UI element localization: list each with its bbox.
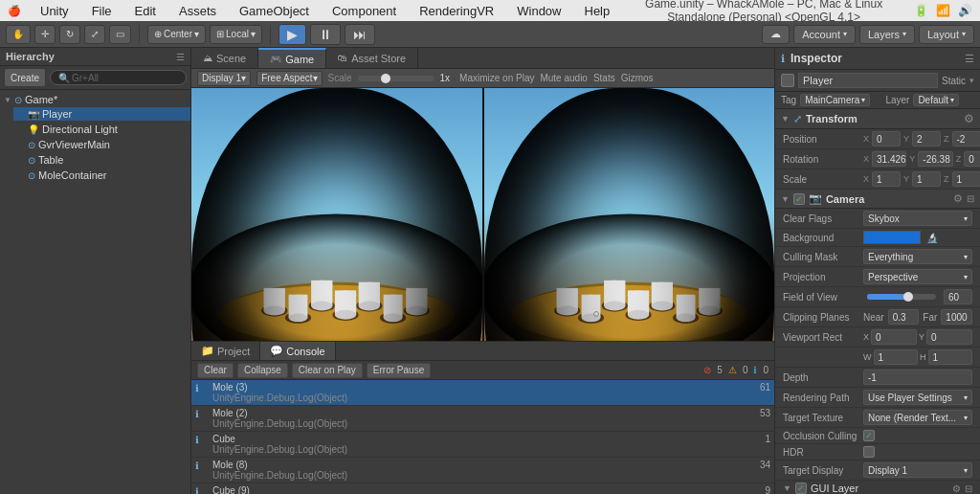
clearflags-dropdown[interactable]: Skybox ▾ (863, 211, 972, 226)
inspector-menu[interactable]: ☰ (965, 53, 974, 65)
fov-slider[interactable] (867, 294, 936, 300)
transform-move-btn[interactable]: ✛ (34, 25, 56, 44)
guilayer-context[interactable]: ⊟ (965, 483, 972, 494)
scale-z-field[interactable]: 1 (952, 171, 980, 187)
tab-console[interactable]: 💬 Console (260, 342, 335, 360)
collapse-btn[interactable]: Collapse (237, 363, 288, 378)
menu-gameobject[interactable]: GameObject (235, 2, 313, 20)
console-row[interactable]: ℹ Mole (8) UnityEngine.Debug.Log(Object)… (191, 458, 774, 483)
object-name-field[interactable]: Player (798, 73, 938, 88)
tree-item-dirlight[interactable]: 💡 Directional Light (13, 122, 190, 137)
transform-settings-icon[interactable]: ⚙ (964, 112, 974, 125)
static-arrow[interactable]: ▾ (969, 76, 974, 85)
menu-file[interactable]: File (88, 2, 116, 20)
maximize-btn[interactable]: Maximize on Play (459, 73, 534, 83)
pivot-btn[interactable]: ⊕ Center ▾ (147, 25, 206, 44)
menu-renderingvr[interactable]: RenderingVR (415, 2, 498, 20)
console-row[interactable]: ℹ Cube (9) UnityEngine.Debug.Log(Object)… (191, 483, 774, 494)
background-eyedropper[interactable]: 🔬 (926, 233, 938, 243)
guilayer-settings[interactable]: ⚙ (952, 483, 961, 494)
projection-dropdown[interactable]: Perspective ▾ (863, 269, 972, 284)
depth-field[interactable]: -1 (863, 370, 972, 385)
camera-settings-icon[interactable]: ⚙ (953, 192, 963, 205)
tab-game[interactable]: 🎮 Game (258, 48, 326, 68)
menu-assets[interactable]: Assets (175, 2, 220, 20)
layout-dropdown[interactable]: Layout ▾ (919, 25, 974, 44)
step-button[interactable]: ⏭ (345, 24, 375, 45)
cullingmask-dropdown[interactable]: Everything ▾ (863, 249, 972, 264)
pos-y-field[interactable]: 2 (912, 131, 941, 146)
menu-edit[interactable]: Edit (131, 2, 160, 20)
menu-help[interactable]: Help (581, 2, 614, 20)
rot-z-field[interactable]: 0 (964, 151, 980, 167)
scale-y-field[interactable]: 1 (912, 171, 941, 187)
camera-context-icon[interactable]: ⊟ (967, 193, 974, 204)
console-row[interactable]: ℹ Mole (2) UnityEngine.Debug.Log(Object)… (191, 406, 774, 432)
vp-x-field[interactable]: 0 (871, 329, 917, 345)
scale-x-field[interactable]: 1 (872, 171, 901, 187)
transform-component-header[interactable]: ▼ ⤢ Transform ⚙ (775, 109, 980, 129)
far-field[interactable]: 1000 (941, 309, 972, 325)
pause-button[interactable]: ⏸ (310, 24, 341, 45)
scale-slider[interactable] (358, 76, 434, 81)
mute-btn[interactable]: Mute audio (540, 73, 587, 83)
tree-item-player[interactable]: 📷 Player (13, 106, 190, 122)
layers-dropdown[interactable]: Layers ▾ (859, 25, 915, 44)
menu-component[interactable]: Component (328, 2, 400, 20)
transform-rotate-btn[interactable]: ↻ (59, 25, 80, 44)
tree-item-game[interactable]: ▼ ⊙ Game* 📷 Player (0, 92, 190, 184)
aspect-dropdown[interactable]: Free Aspect ▾ (256, 71, 322, 86)
rot-y-field[interactable]: -26.38 (918, 151, 952, 167)
vp-y-field[interactable]: 0 (926, 329, 972, 345)
tree-item-table[interactable]: ⊙ Table (13, 152, 190, 168)
fov-value-field[interactable]: 60 (944, 289, 972, 304)
tree-item-gvr[interactable]: ⊙ GvrViewerMain (13, 137, 190, 152)
error-pause-btn[interactable]: Error Pause (367, 363, 431, 378)
vp-w-field[interactable]: 1 (874, 349, 919, 365)
hierarchy-options[interactable]: ☰ (176, 52, 185, 62)
console-row[interactable]: ℹ Cube UnityEngine.Debug.Log(Object) 1 (191, 432, 774, 458)
tag-dropdown[interactable]: MainCamera ▾ (800, 94, 870, 106)
transform-rect-btn[interactable]: ▭ (109, 25, 131, 44)
background-color-swatch[interactable] (863, 231, 921, 244)
pos-z-field[interactable]: -2 (952, 131, 980, 146)
tab-project[interactable]: 📁 Project (191, 342, 260, 360)
hierarchy-create-btn[interactable]: Create (4, 68, 46, 87)
display-dropdown[interactable]: Display 1 ▾ (197, 71, 251, 86)
mole-icon: ⊙ (28, 170, 35, 181)
rot-x-field[interactable]: 31.426 (872, 151, 906, 167)
projection-label: Projection (783, 272, 859, 282)
transform-scale-btn[interactable]: ⤢ (84, 25, 105, 44)
tab-assetstore[interactable]: 🛍 Asset Store (326, 48, 418, 68)
space-btn[interactable]: ⊞ Local ▾ (210, 25, 262, 44)
gizmos-btn[interactable]: Gizmos (621, 73, 654, 83)
account-btn[interactable]: ☁ (762, 25, 790, 44)
guilayer-toggle[interactable] (795, 483, 807, 494)
guilayer-header[interactable]: ▼ GUI Layer ⚙ ⊟ (775, 481, 980, 494)
hierarchy-search[interactable]: 🔍 Gr+All (50, 70, 187, 85)
play-button[interactable]: ▶ (278, 24, 306, 45)
camera-toggle[interactable] (793, 193, 805, 205)
layer-dropdown[interactable]: Default ▾ (913, 94, 959, 106)
account-dropdown[interactable]: Account ▾ (793, 25, 856, 44)
clear-on-play-btn[interactable]: Clear on Play (292, 363, 363, 378)
active-checkbox[interactable] (781, 74, 794, 87)
camera-component-header[interactable]: ▼ 📷 Camera ⚙ ⊟ (775, 190, 980, 209)
occlusion-checkbox[interactable] (863, 430, 875, 441)
clear-btn[interactable]: Clear (197, 363, 234, 378)
targettex-dropdown[interactable]: None (Render Text... ▾ (863, 410, 972, 425)
stats-btn[interactable]: Stats (593, 73, 615, 83)
hdr-checkbox[interactable] (863, 446, 875, 458)
tree-item-molecontainer[interactable]: ⊙ MoleContainer (13, 168, 190, 183)
menu-unity[interactable]: Unity (36, 2, 73, 20)
pos-x-field[interactable]: 0 (872, 131, 901, 146)
console-row[interactable]: ℹ Mole (3) UnityEngine.Debug.Log(Object)… (191, 380, 774, 406)
transform-hand-btn[interactable]: ✋ (6, 25, 31, 44)
renderpath-dropdown[interactable]: Use Player Settings ▾ (863, 390, 972, 405)
near-field[interactable]: 0.3 (888, 309, 920, 325)
vp-h-field[interactable]: 1 (928, 349, 973, 365)
menu-window[interactable]: Window (513, 2, 565, 20)
targetdisplay-dropdown[interactable]: Display 1 ▾ (863, 462, 972, 478)
camera-arrow: ▼ (781, 194, 790, 204)
tab-scene[interactable]: ⛰ Scene (191, 48, 258, 68)
